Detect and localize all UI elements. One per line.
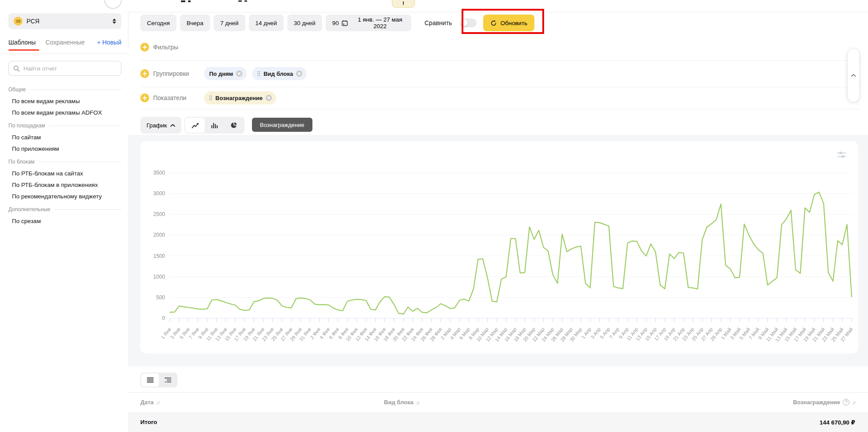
svg-text:7 Апр: 7 Апр (608, 327, 620, 340)
sort-icon[interactable]: ↓↑ (852, 400, 855, 405)
metrics-row: Показатели Вознаграждение (128, 87, 868, 109)
collapse-filters-button[interactable] (848, 49, 859, 102)
account-selector[interactable]: 10 РСЯ (8, 13, 121, 29)
sidebar-report-item[interactable]: По РТБ-блокам на сайтах (8, 168, 121, 179)
sidebar-report-item[interactable]: По всем видам рекламы (8, 95, 121, 107)
chip[interactable]: Вид блока (252, 67, 307, 80)
column-header-block-type[interactable]: Вид блока ↓↑ (384, 399, 419, 406)
svg-text:1000: 1000 (153, 274, 165, 280)
new-report-link[interactable]: + Новый (97, 39, 121, 46)
help-icon[interactable]: ? (843, 399, 849, 406)
tab-saved[interactable]: Сохраненные (45, 39, 85, 46)
chart-settings-icon[interactable] (837, 152, 846, 158)
chart-canvas: 05001000150020002500300035001 Янв3 Янв5 … (140, 141, 858, 354)
calendar-icon (342, 20, 348, 26)
account-badge: 10 (14, 17, 23, 26)
add-filter-icon[interactable] (140, 43, 149, 52)
sidebar: 10 РСЯ Шаблоны Сохраненные + Новый Найти… (0, 0, 128, 432)
chart-view-dropdown[interactable]: График (140, 117, 181, 134)
sidebar-section-title: Дополнительные (8, 204, 121, 215)
range-button[interactable]: 14 дней (249, 15, 284, 31)
series-badge[interactable]: Вознаграждение (252, 118, 312, 132)
range-button[interactable]: Сегодня (140, 15, 177, 31)
search-input[interactable]: Найти отчет (8, 61, 121, 76)
drag-handle-icon[interactable] (209, 95, 212, 101)
sidebar-report-item[interactable]: По всем видам рекламы ADFOX (8, 107, 121, 118)
sidebar-report-item[interactable]: По срезам (8, 215, 121, 227)
chart-type-bar[interactable] (205, 118, 224, 133)
column-header-date[interactable]: Дата ↓↑ (140, 399, 159, 406)
active-tab-underline (8, 49, 39, 51)
line-chart: 05001000150020002500300035001 Янв3 Янв5 … (140, 141, 858, 355)
chip-label: По дням (209, 71, 233, 77)
list-icon (147, 377, 154, 383)
table-header-row: Дата ↓↑ Вид блока ↓↑ Вознаграждение ? ↓↑ (128, 393, 868, 413)
filters-label: Фильтры (153, 44, 178, 51)
cutoff-text-fragment (244, 0, 247, 2)
sidebar-report-item[interactable]: По рекомендательному виджету (8, 190, 121, 202)
add-grouping-icon[interactable] (140, 69, 149, 78)
line-chart-icon (192, 122, 199, 129)
cutoff-text-fragment (188, 0, 191, 2)
table-tree-view[interactable] (159, 373, 177, 387)
remove-chip-icon[interactable] (266, 95, 272, 101)
chevron-up-icon (851, 74, 856, 77)
drag-handle-icon[interactable] (257, 71, 260, 76)
remove-chip-icon[interactable] (236, 71, 242, 77)
cutoff-text-fragment (238, 0, 242, 2)
chip[interactable]: Вознаграждение (204, 91, 276, 104)
sidebar-section-title: По блокам (8, 156, 121, 168)
range-button[interactable]: Вчера (180, 15, 210, 31)
screen: 10 РСЯ Шаблоны Сохраненные + Новый Найти… (0, 0, 868, 432)
svg-text:2500: 2500 (153, 211, 165, 217)
chevron-up-icon (170, 124, 175, 127)
chart-type-line[interactable] (185, 118, 205, 133)
main-area: СегодняВчера7 дней14 дней30 дней90 дней … (128, 0, 868, 432)
date-range-value: 1 янв. — 27 мая 2022 (351, 16, 409, 30)
sidebar-section-title: По площадкам (8, 120, 121, 131)
groupings-row: Группировки По днямВид блока (128, 60, 868, 87)
sort-icon[interactable]: ↓↑ (156, 400, 159, 405)
svg-text:3 Апр: 3 Апр (590, 327, 601, 340)
svg-text:5 Апр: 5 Апр (599, 327, 611, 340)
total-label: Итого (140, 419, 157, 425)
svg-text:1 Апр: 1 Апр (580, 327, 592, 340)
sidebar-divider (0, 53, 128, 54)
remove-chip-icon[interactable] (296, 71, 302, 77)
pie-chart-icon (230, 122, 237, 129)
svg-text:1500: 1500 (153, 253, 165, 259)
sidebar-report-item[interactable]: По сайтам (8, 131, 121, 143)
sidebar-section-title: Общие (8, 84, 121, 95)
sidebar-report-item[interactable]: По приложениям (8, 143, 121, 154)
bar-chart-icon (211, 122, 218, 129)
svg-text:3000: 3000 (153, 190, 165, 197)
svg-text:500: 500 (156, 294, 165, 301)
chart-type-pie[interactable] (224, 118, 244, 133)
avatar[interactable] (104, 0, 122, 9)
date-range-picker[interactable]: 1 янв. — 27 мая 2022 (339, 15, 411, 31)
chip[interactable]: По дням (204, 67, 247, 80)
metric-chips: Вознаграждение (204, 91, 276, 104)
chevron-updown-icon (113, 19, 116, 24)
sidebar-report-item[interactable]: По РТБ-блокам в приложениях (8, 179, 121, 190)
svg-text:3500: 3500 (153, 170, 165, 176)
column-header-reward[interactable]: Вознаграждение ? ↓↑ (793, 399, 855, 406)
column-label: Вид блока (384, 399, 413, 406)
account-name: РСЯ (26, 18, 39, 25)
annotation-box-date-range (462, 9, 544, 34)
grouping-chips: По днямВид блока (204, 67, 307, 80)
search-placeholder: Найти отчет (23, 65, 57, 72)
sort-icon[interactable]: ↓↑ (416, 400, 419, 405)
cutoff-yellow-button[interactable] (392, 0, 415, 7)
sidebar-tabs: Шаблоны Сохраненные + Новый (8, 39, 121, 46)
filters-row: Фильтры (128, 34, 868, 60)
chart-card: 05001000150020002500300035001 Янв3 Янв5 … (140, 141, 858, 354)
table-flat-view[interactable] (141, 373, 159, 387)
total-value: 144 670,90 ₽ (819, 419, 855, 426)
tab-templates[interactable]: Шаблоны (8, 39, 36, 46)
column-label: Дата (140, 399, 154, 406)
add-metric-icon[interactable] (140, 93, 149, 102)
range-button[interactable]: 30 дней (287, 15, 322, 31)
table-total-row: Итого 144 670,90 ₽ (128, 413, 868, 432)
range-button[interactable]: 7 дней (214, 15, 245, 31)
